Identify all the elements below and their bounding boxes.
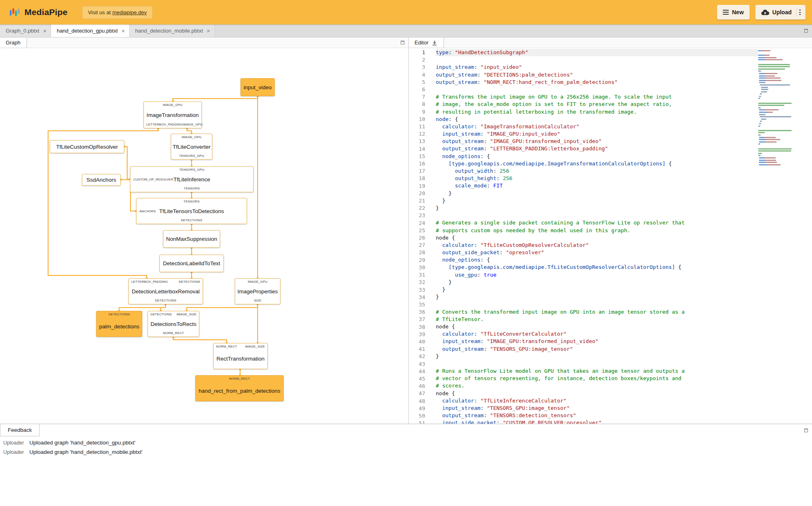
code-line[interactable]: # Transforms the input image on GPU to a…	[436, 93, 758, 101]
upload-menu-kebab-icon[interactable]	[797, 8, 803, 17]
tab-close-icon[interactable]: ×	[121, 28, 125, 34]
code-line[interactable]	[436, 56, 758, 64]
tab-graph-0-pbtxt[interactable]: Graph_0.pbtxt ×	[0, 24, 51, 37]
graph-panel: Graph	[0, 37, 409, 424]
code-line[interactable]: input_side_packet: "CUSTOM_OP_RESOLVER:o…	[436, 419, 758, 424]
code-line[interactable]: calculator: "TfLiteInferenceCalculator"	[436, 397, 758, 405]
code-line[interactable]: type: "HandDetectionSubgraph"	[436, 49, 758, 56]
port-label: CUSTOM_OP_RESOLVER	[133, 178, 173, 181]
line-number: 6	[409, 86, 425, 93]
graph-node-tflitecustomopresolver[interactable]: TfLiteCustomOpResolver	[50, 140, 124, 153]
code-line[interactable]: node {	[436, 234, 758, 242]
code-line[interactable]: # resulting in potential letterboxing in…	[436, 108, 758, 116]
maximize-editor-panel-icon[interactable]	[804, 29, 808, 33]
download-icon[interactable]	[432, 40, 437, 46]
graph-node-detectionlabelidtotext[interactable]: DetectionLabelIdToText	[159, 255, 224, 272]
code-line[interactable]: }	[436, 293, 758, 301]
code-line[interactable]: # image, the scale_mode option is set to…	[436, 101, 758, 108]
maximize-graph-panel-icon[interactable]	[401, 41, 404, 44]
code-line[interactable]: # Generates a single side packet contain…	[436, 219, 758, 227]
code-line[interactable]: use_gpu: true	[436, 271, 758, 279]
code-line[interactable]: node {	[436, 323, 758, 330]
graph-node-hand-rect-from-palm-detections[interactable]: NORM_RECT hand_rect_from_palm_detections	[195, 375, 284, 401]
graph-node-nonmaxsuppression[interactable]: NonMaxSuppression	[163, 230, 220, 248]
graph-node-ssdanchors[interactable]: SsdAnchors	[82, 174, 121, 186]
code-line[interactable]: calculator: "ImageTransformationCalculat…	[436, 123, 758, 130]
code-line[interactable]: input_stream: "input_video"	[436, 64, 758, 71]
code-editor[interactable]: 1234567891011121314151617181920212223242…	[409, 48, 812, 424]
code-line[interactable]: # TfLiteTensor.	[436, 316, 758, 323]
code-line[interactable]: node_options: {	[436, 153, 758, 160]
graph-node-detectionletterboxremoval[interactable]: LETTERBOX_PADDING DETECTIONS DetectionLe…	[128, 278, 203, 304]
tab-label: Graph_0.pbtxt	[6, 28, 39, 34]
editor-tab[interactable]: Editor	[409, 37, 444, 48]
line-number: 43	[409, 361, 425, 368]
code-line[interactable]: # scores.	[436, 382, 758, 389]
code-line[interactable]: }	[436, 353, 758, 360]
code-line[interactable]: }	[436, 279, 758, 286]
new-button[interactable]: New	[717, 5, 750, 20]
code-line[interactable]: # vector of tensors representing, for in…	[436, 375, 758, 382]
minimap-line	[758, 130, 792, 131]
code-line[interactable]: # Converts the transformed input image o…	[436, 308, 758, 316]
code-line[interactable]: output_height: 256	[436, 175, 758, 182]
code-line[interactable]: calculator: "TfLiteConverterCalculator"	[436, 330, 758, 338]
code-line[interactable]: output_stream: "NORM_RECT:hand_rect_from…	[436, 79, 758, 86]
code-line[interactable]: }	[436, 197, 758, 205]
code-line[interactable]	[436, 212, 758, 219]
code-line[interactable]: }	[436, 190, 758, 197]
minimap-line	[758, 98, 760, 99]
code-line[interactable]: output_width: 256	[436, 167, 758, 175]
graph-canvas[interactable]: input_video IMAGE_GPU ImageTransformatio…	[0, 48, 408, 424]
code-line[interactable]: output_stream: "TENSORS:detection_tensor…	[436, 412, 758, 419]
line-number: 45	[409, 375, 425, 383]
editor-code-lines[interactable]: type: "HandDetectionSubgraph" input_stre…	[430, 48, 758, 424]
graph-node-tfliteconverter[interactable]: IMAGE_GPU TfLiteConverter TENSORS_GPU	[171, 134, 212, 160]
code-line[interactable]: node {	[436, 390, 758, 397]
code-line[interactable]: output_stream: "DETECTIONS:palm_detectio…	[436, 71, 758, 79]
code-line[interactable]: node: {	[436, 116, 758, 123]
code-line[interactable]: calculator: "TfLiteCustomOpResolverCalcu…	[436, 242, 758, 249]
code-line[interactable]	[436, 360, 758, 367]
code-line[interactable]: node_options: {	[436, 256, 758, 264]
code-line[interactable]: input_stream: "TENSORS_GPU:image_tensor"	[436, 405, 758, 412]
minimap-line	[761, 87, 768, 88]
code-line[interactable]: output_stream: "IMAGE_GPU:transformed_in…	[436, 138, 758, 145]
graph-node-recttransformation[interactable]: NORM_RECT IMAGE_SIZE RectTransformation	[213, 343, 268, 369]
tab-hand-detection-mobile-pbtxt[interactable]: hand_detection_mobile.pbtxt ×	[130, 24, 215, 37]
code-line[interactable]: output_stream: "LETTERBOX_PADDING:letter…	[436, 145, 758, 152]
graph-node-imagetransformation[interactable]: IMAGE_GPU ImageTransformation LETTERBOX_…	[143, 101, 202, 128]
feedback-tab[interactable]: Feedback	[0, 424, 40, 436]
code-line[interactable]: [type.googleapis.com/mediapipe.ImageTran…	[436, 160, 758, 167]
code-line[interactable]: # Runs a TensorFlow Lite model on GPU th…	[436, 367, 758, 375]
upload-button[interactable]: Upload	[755, 5, 805, 20]
code-line[interactable]: # supports custom ops needed by the mode…	[436, 227, 758, 234]
maximize-feedback-panel-icon[interactable]	[804, 429, 808, 432]
code-line[interactable]	[436, 301, 758, 308]
code-line[interactable]: output_side_packet: "opresolver"	[436, 249, 758, 256]
graph-node-detectionstorects[interactable]: DETECTIONS IMAGE_SIZE DetectionsToRects …	[148, 311, 199, 337]
code-line[interactable]	[436, 86, 758, 93]
graph-node-imageproperties[interactable]: IMAGE_GPU ImageProperties SIZE	[235, 278, 280, 304]
code-line[interactable]: [type.googleapis.com/mediapipe.TfLiteCus…	[436, 264, 758, 271]
code-line[interactable]: scale_mode: FIT	[436, 182, 758, 189]
code-line[interactable]: input_stream: "IMAGE_GPU:input_video"	[436, 130, 758, 138]
graph-node-tfliteinference[interactable]: TENSORS_GPU CUSTOM_OP_RESOLVER TfLiteInf…	[130, 166, 254, 192]
tab-close-icon[interactable]: ×	[207, 28, 210, 34]
mediapipe-dev-link[interactable]: mediapipe.dev	[112, 9, 147, 15]
graph-node-tflitetensorstodetections[interactable]: TENSORS ANCHORS TfLiteTensorsToDetection…	[136, 198, 247, 224]
code-line[interactable]: }	[436, 205, 758, 212]
graph-node-input-video[interactable]: input_video	[241, 78, 275, 96]
mediapipe-logo	[10, 7, 20, 18]
graph-tab[interactable]: Graph	[0, 37, 26, 48]
minimap-line	[758, 132, 765, 133]
editor-minimap[interactable]	[758, 48, 795, 424]
tab-label: hand_detection_mobile.pbtxt	[135, 28, 203, 34]
line-number: 21	[409, 197, 425, 205]
graph-node-palm-detections[interactable]: DETECTIONS palm_detections	[96, 311, 142, 337]
code-line[interactable]: output_stream: "TENSORS_GPU:image_tensor…	[436, 345, 758, 353]
tab-close-icon[interactable]: ×	[43, 28, 46, 34]
code-line[interactable]: input_stream: "IMAGE_GPU:transformed_inp…	[436, 338, 758, 345]
tab-hand-detection-gpu-pbtxt[interactable]: hand_detection_gpu.pbtxt ×	[51, 24, 129, 37]
code-line[interactable]: }	[436, 286, 758, 293]
